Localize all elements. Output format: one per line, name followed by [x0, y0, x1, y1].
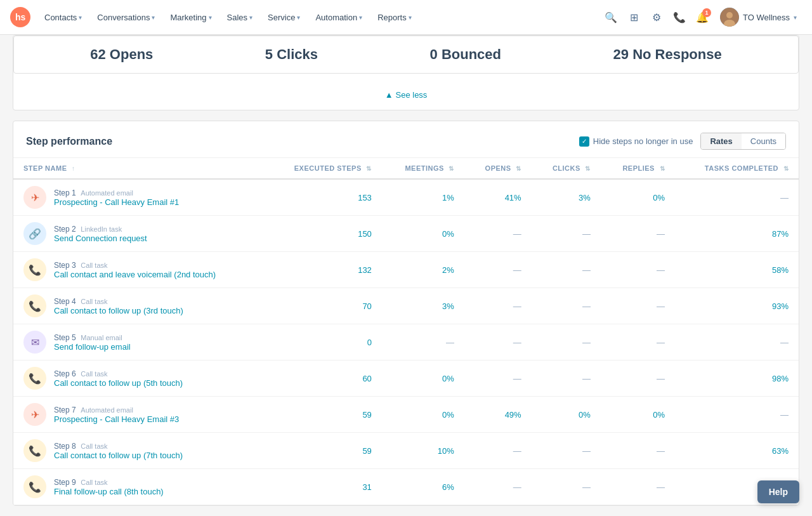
search-button[interactable]: 🔍 — [601, 7, 621, 27]
step-info: Step 9 Call task Final follow-up call (8… — [54, 477, 164, 496]
executed-value: 153 — [266, 179, 382, 216]
opens-value: — — [464, 288, 532, 324]
step-name-link[interactable]: Call contact to follow up (5th touch) — [54, 378, 183, 388]
nav-service[interactable]: Service ▾ — [261, 9, 306, 26]
clicks-value: 0% — [532, 397, 601, 433]
executed-value: 59 — [266, 433, 382, 469]
svg-text:hs: hs — [15, 12, 26, 22]
step-name-link[interactable]: Call contact to follow up (3rd touch) — [54, 306, 183, 315]
step-info: Step 8 Call task Call contact to follow … — [54, 441, 183, 460]
nav-reports[interactable]: Reports ▾ — [371, 9, 418, 26]
step-performance-table: STEP NAME ↑ EXECUTED STEPS ⇅ MEETINGS ⇅ … — [13, 158, 799, 505]
user-menu-button[interactable]: TO Wellness ▾ — [715, 5, 802, 29]
counts-button[interactable]: Counts — [742, 133, 785, 149]
clicks-value: 3% — [532, 179, 601, 216]
nav-contacts[interactable]: Contacts ▾ — [38, 9, 88, 26]
replies-value: — — [601, 361, 675, 397]
opens-value: 49% — [464, 397, 532, 433]
tasks-value: — — [675, 324, 799, 361]
step-number: Step 3 Call task — [54, 260, 216, 270]
step-icon: 📞 — [23, 439, 46, 462]
col-meetings: MEETINGS ⇅ — [382, 158, 464, 179]
step-name-link[interactable]: Call contact to follow up (7th touch) — [54, 451, 183, 460]
replies-value: — — [601, 252, 675, 288]
top-navigation: hs Contacts ▾ Conversations ▾ Marketing … — [0, 0, 812, 35]
opens-value: — — [464, 252, 532, 288]
table-row: 📞 Step 4 Call task Call contact to follo… — [13, 288, 799, 324]
step-name-link[interactable]: Prospecting - Call Heavy Email #3 — [54, 414, 179, 424]
nav-conversations[interactable]: Conversations ▾ — [91, 9, 161, 26]
step-cell-0: ✈ Step 1 Automated email Prospecting - C… — [13, 179, 266, 216]
tasks-value: — — [675, 397, 799, 433]
col-replies: REPLIES ⇅ — [601, 158, 675, 179]
step-table-body: ✈ Step 1 Automated email Prospecting - C… — [13, 179, 799, 505]
nav-automation[interactable]: Automation ▾ — [309, 9, 369, 26]
header-controls: ✓ Hide steps no longer in use Rates Coun… — [579, 133, 786, 150]
opens-value: — — [464, 469, 532, 505]
chevron-down-icon: ▾ — [209, 14, 212, 21]
rates-counts-toggle: Rates Counts — [700, 133, 786, 150]
nav-icons: 🔍 ⊞ ⚙ 📞 🔔 1 TO Wellness ▾ — [601, 5, 802, 29]
meetings-value: 10% — [382, 433, 464, 469]
chevron-down-icon: ▾ — [409, 14, 412, 21]
step-name-link[interactable]: Send follow-up email — [54, 342, 131, 352]
sort-icon[interactable]: ⇅ — [660, 165, 665, 172]
step-performance-header: Step performance ✓ Hide steps no longer … — [13, 121, 799, 158]
hubspot-logo[interactable]: hs — [10, 7, 30, 27]
step-name-link[interactable]: Final follow-up call (8th touch) — [54, 487, 164, 496]
step-icon: ✉ — [23, 331, 46, 354]
opens-value: — — [464, 361, 532, 397]
settings-button[interactable]: ⚙ — [646, 7, 667, 27]
table-row: 📞 Step 8 Call task Call contact to follo… — [13, 433, 799, 469]
svg-point-3 — [726, 12, 733, 18]
step-cell-6: ✈ Step 7 Automated email Prospecting - C… — [13, 397, 266, 433]
clicks-value: — — [532, 469, 601, 505]
help-button[interactable]: Help — [757, 480, 799, 503]
step-cell-7: 📞 Step 8 Call task Call contact to follo… — [13, 433, 266, 469]
sort-icon[interactable]: ↑ — [72, 165, 75, 172]
sort-icon[interactable]: ⇅ — [449, 165, 454, 172]
chevron-down-icon: ▾ — [249, 14, 252, 21]
nav-sales[interactable]: Sales ▾ — [221, 9, 259, 26]
step-name-link[interactable]: Call contact and leave voicemail (2nd to… — [54, 270, 216, 279]
sort-icon[interactable]: ⇅ — [585, 165, 591, 172]
clicks-value: — — [532, 324, 601, 361]
step-icon: 📞 — [23, 258, 46, 281]
chevron-down-icon: ▾ — [794, 14, 797, 21]
step-info: Step 4 Call task Call contact to follow … — [54, 296, 183, 315]
clicks-value: — — [532, 361, 601, 397]
step-number: Step 1 Automated email — [54, 188, 179, 197]
col-opens: OPENS ⇅ — [464, 158, 532, 179]
notifications-button[interactable]: 🔔 1 — [692, 7, 712, 27]
rates-button[interactable]: Rates — [701, 133, 741, 149]
step-icon: ✈ — [23, 403, 46, 426]
see-less-button[interactable]: ▲ See less — [13, 84, 799, 102]
sort-icon[interactable]: ⇅ — [783, 165, 789, 172]
nav-marketing[interactable]: Marketing ▾ — [164, 9, 218, 26]
step-cell-1: 🔗 Step 2 LinkedIn task Send Connection r… — [13, 216, 266, 252]
step-number: Step 6 Call task — [54, 369, 183, 378]
step-name-link[interactable]: Send Connection request — [54, 234, 147, 243]
hide-steps-toggle[interactable]: ✓ Hide steps no longer in use — [579, 136, 693, 147]
step-cell-8: 📞 Step 9 Call task Final follow-up call … — [13, 469, 266, 505]
step-number: Step 8 Call task — [54, 441, 183, 451]
marketplace-button[interactable]: ⊞ — [624, 7, 644, 27]
sort-icon[interactable]: ⇅ — [366, 165, 372, 172]
executed-value: 70 — [266, 288, 382, 324]
step-name-link[interactable]: Prospecting - Call Heavy Email #1 — [54, 197, 179, 207]
tasks-value: 63% — [675, 433, 799, 469]
executed-value: 150 — [266, 216, 382, 252]
tasks-value: 93% — [675, 288, 799, 324]
col-executed-steps: EXECUTED STEPS ⇅ — [266, 158, 382, 179]
sort-icon[interactable]: ⇅ — [516, 165, 521, 172]
opens-value: — — [464, 433, 532, 469]
table-row: 📞 Step 6 Call task Call contact to follo… — [13, 361, 799, 397]
col-tasks-completed: TASKS COMPLETED ⇅ — [675, 158, 799, 179]
no-response-stat: 29 No Response — [613, 46, 722, 63]
meetings-value: 0% — [382, 397, 464, 433]
step-cell-3: 📞 Step 4 Call task Call contact to follo… — [13, 288, 266, 324]
step-info: Step 7 Automated email Prospecting - Cal… — [54, 405, 179, 424]
chevron-down-icon: ▾ — [152, 14, 155, 21]
step-cell-4: ✉ Step 5 Manual email Send follow-up ema… — [13, 324, 266, 361]
calls-button[interactable]: 📞 — [669, 7, 690, 27]
